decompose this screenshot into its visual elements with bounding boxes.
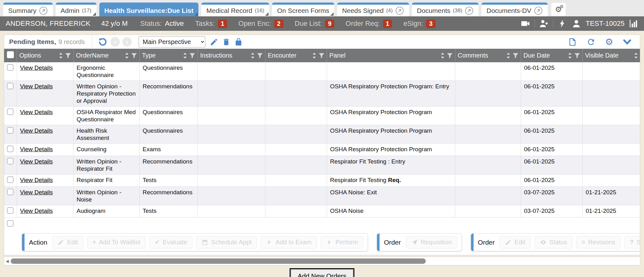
row-checkbox[interactable] [7, 83, 14, 89]
filter-icon[interactable] [574, 52, 580, 59]
cell-visible-date [582, 62, 640, 81]
cell-encounter [265, 81, 327, 107]
filter-icon[interactable] [512, 52, 519, 59]
cell-instructions [197, 62, 265, 81]
lock-icon[interactable] [234, 38, 243, 46]
tab-needs-signed[interactable]: Needs Signed (4) [337, 3, 409, 16]
tab-bar: Summary Admin (17) Health Surveillance:D… [0, 0, 644, 16]
popout-icon[interactable] [465, 6, 474, 15]
cell-instructions [197, 107, 265, 125]
add-new-orders-button[interactable]: Add New Orders [291, 269, 353, 277]
cell-panel: OSHA Respiratory Protection Program [327, 125, 455, 144]
tab-settings-button[interactable]: ⚙ ⚙ [551, 3, 566, 16]
tab-documents[interactable]: Documents (38) [412, 3, 479, 16]
view-details-link[interactable]: View Details [20, 64, 53, 71]
row-checkbox[interactable] [7, 220, 14, 227]
order-req-badge[interactable]: 1 [383, 19, 392, 28]
nav-back-icon[interactable]: ‹ [110, 37, 120, 47]
video-camera-icon[interactable] [521, 19, 530, 28]
popout-icon[interactable] [534, 6, 543, 15]
lightning-icon[interactable] [558, 19, 567, 28]
row-checkbox[interactable] [7, 146, 14, 152]
row-checkbox[interactable] [7, 64, 14, 71]
requisition-button[interactable]: Requisition [406, 236, 457, 248]
view-details-link[interactable]: View Details [20, 208, 53, 214]
horizontal-scrollbar[interactable]: ◀ [4, 257, 640, 265]
sort-icon[interactable] [567, 52, 573, 59]
view-details-link[interactable]: View Details [20, 109, 53, 115]
perform-button[interactable]: Perform [321, 236, 363, 248]
tab-summary[interactable]: Summary [3, 3, 53, 16]
evaluate-button[interactable]: ✔ Evaluate [149, 236, 193, 248]
filter-icon[interactable] [131, 52, 137, 59]
schedule-appt-button[interactable]: Schedule Appt [196, 236, 257, 248]
view-details-link[interactable]: View Details [20, 158, 53, 165]
sort-icon[interactable] [124, 52, 130, 59]
add-to-exam-button[interactable]: Add to Exam [261, 236, 317, 248]
view-details-link[interactable]: View Details [20, 146, 53, 152]
refresh-icon[interactable] [586, 37, 596, 47]
row-checkbox[interactable] [7, 207, 14, 214]
popout-icon[interactable] [395, 6, 404, 15]
popout-icon[interactable] [39, 6, 48, 15]
stats-bars-icon[interactable] [629, 19, 638, 28]
new-document-icon[interactable] [568, 37, 577, 47]
tab-on-screen-forms[interactable]: On Screen Forms [272, 3, 334, 16]
cell-due-date: 06-01-2025 [521, 107, 582, 125]
pending-items-table: Options OrderName Type Instructions Enco… [4, 49, 640, 230]
view-details-link[interactable]: View Details [20, 83, 53, 90]
row-checkbox[interactable] [7, 108, 14, 115]
esign-badge[interactable]: 3 [426, 19, 435, 28]
filter-icon[interactable] [318, 52, 325, 59]
select-all-checkbox[interactable] [7, 51, 14, 58]
scroll-left-arrow-icon[interactable]: ◀ [4, 259, 11, 263]
row-checkbox[interactable] [7, 189, 14, 195]
row-checkbox[interactable] [7, 176, 14, 183]
status-button[interactable]: Status [535, 236, 573, 248]
patient-age-sex: 42 y/o M [101, 19, 128, 28]
sort-icon[interactable] [506, 52, 511, 59]
tab-health-surveillance-due-list[interactable]: Health Surveillance:Due List [99, 3, 199, 16]
sort-icon[interactable] [250, 52, 255, 59]
trash-icon[interactable] [222, 38, 230, 46]
cell-encounter [265, 125, 327, 144]
filter-icon[interactable] [257, 52, 263, 59]
revisions-button[interactable]: ≡ Revisions [576, 236, 620, 248]
pencil-icon[interactable] [210, 38, 218, 46]
sort-icon[interactable] [312, 52, 317, 59]
person-add-icon[interactable] [539, 19, 549, 28]
open-enc-badge[interactable]: 2 [274, 19, 283, 28]
sort-icon[interactable] [58, 52, 64, 59]
column-header-ordername: OrderName [73, 49, 139, 62]
sort-icon[interactable] [182, 52, 188, 59]
tab-count: (17) [82, 8, 91, 14]
person-icon[interactable] [572, 19, 581, 28]
nav-forward-icon[interactable]: › [122, 37, 132, 47]
scrollbar-thumb[interactable] [11, 258, 426, 264]
gear-icon[interactable]: ⚙ [605, 38, 613, 46]
row-checkbox[interactable] [7, 158, 14, 164]
tasks-badge[interactable]: 1 [218, 19, 227, 28]
sort-icon[interactable] [440, 52, 445, 59]
cell-due-date: 06-01-2025 [521, 125, 582, 144]
order-edit-button[interactable]: Edit [500, 236, 530, 248]
perspective-select[interactable]: Main Perspective [139, 36, 205, 47]
edit-button[interactable]: Edit [52, 236, 83, 248]
view-details-link[interactable]: View Details [20, 127, 53, 134]
view-details-link[interactable]: View Details [20, 189, 53, 196]
show-questions-button[interactable]: ? Show Question [625, 236, 640, 248]
undo-icon[interactable] [98, 37, 107, 47]
sort-icon[interactable] [633, 52, 639, 59]
filter-icon[interactable] [65, 52, 71, 59]
tab-documents-dv[interactable]: Documents-DV [481, 3, 547, 16]
filter-icon[interactable] [447, 52, 453, 59]
chevron-down-icon[interactable] [623, 37, 632, 47]
action-card-label: Action [29, 239, 47, 246]
due-list-badge[interactable]: 9 [325, 19, 334, 28]
filter-icon[interactable] [189, 52, 196, 59]
view-details-link[interactable]: View Details [20, 177, 53, 183]
row-checkbox[interactable] [7, 127, 14, 134]
tab-medical-record[interactable]: Medical Record (16) [201, 3, 269, 16]
tab-admin[interactable]: Admin (17) [56, 3, 97, 16]
add-to-waitlist-button[interactable]: + Add To Waitlist [87, 236, 146, 248]
